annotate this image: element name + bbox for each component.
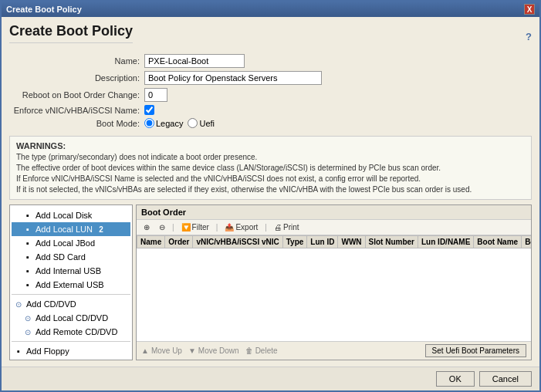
circle-icon-lcd: ⊙ (22, 313, 33, 323)
left-tree: ▪ Add Local Disk ▪ Add Local LUN 2 ▪ Add… (10, 205, 132, 360)
warnings-title: WARNINGS: (16, 140, 525, 152)
tree-item-add-sd-card[interactable]: ▪ Add SD Card (12, 250, 130, 264)
remove-icon: ⊖ (159, 223, 165, 231)
enforce-checkbox[interactable] (144, 105, 154, 115)
tree-item-add-local-lun[interactable]: ▪ Add Local LUN 2 (12, 222, 130, 236)
tree-item-add-local-disk[interactable]: ▪ Add Local Disk (12, 208, 130, 222)
legacy-radio-label[interactable]: Legacy (144, 118, 183, 128)
tree-item-add-local-cddvd[interactable]: ⊙ Add Local CD/DVD (12, 311, 130, 325)
circle-icon-cd: ⊙ (13, 299, 24, 309)
boot-mode-group: Legacy Uefi (144, 118, 215, 128)
tree-item-add-local-floppy[interactable]: ▪ Add Local Floppy (12, 358, 130, 360)
page-title: Create Boot Policy (9, 23, 133, 43)
tree-item-add-remote-cddvd[interactable]: ⊙ Add Remote CD/DVD (12, 325, 130, 339)
add-sd-card-label: Add SD Card (36, 252, 86, 262)
name-input[interactable] (144, 54, 245, 68)
name-row: Name: (9, 54, 532, 68)
reboot-row: Reboot on Boot Order Change: (9, 88, 532, 102)
name-label: Name: (9, 56, 144, 66)
legacy-radio[interactable] (144, 118, 154, 128)
move-down-btn[interactable]: ▼ Move Down (188, 346, 239, 355)
tree-item-add-external-usb[interactable]: ▪ Add External USB (12, 278, 130, 292)
col-wwn: WWN (338, 236, 365, 248)
disk-icon: ▪ (22, 210, 33, 221)
lun-badge: 2 (96, 224, 107, 235)
uefi-radio[interactable] (188, 118, 198, 128)
add-local-cddvd-label: Add Local CD/DVD (36, 313, 108, 323)
dialog-window: Create Boot Policy X Create Boot Policy … (0, 0, 541, 392)
help-icon[interactable]: ? (526, 31, 532, 42)
delete-btn[interactable]: 🗑 Delete (245, 346, 278, 355)
boot-mode-row: Boot Mode: Legacy Uefi (9, 118, 532, 128)
uefi-params-btn[interactable]: Set Uefi Boot Parameters (425, 344, 526, 357)
cancel-button[interactable]: Cancel (479, 371, 532, 387)
toolbar-add-btn[interactable]: ⊕ (141, 222, 152, 232)
boot-order-title: Boot Order (137, 205, 531, 220)
warning-line1: The type (primary/secondary) does not in… (16, 152, 525, 163)
toolbar-sep2: | (216, 223, 218, 231)
add-local-disk-label: Add Local Disk (36, 211, 92, 220)
add-cddvd-label: Add CD/DVD (26, 299, 76, 309)
move-down-icon: ▼ (188, 346, 196, 355)
warning-line3: If Enforce vNIC/vHBA/iSCSI Name is selec… (16, 174, 525, 184)
add-local-lun-label: Add Local LUN (36, 225, 93, 234)
print-icon: 🖨 (274, 223, 282, 231)
col-boot-name: Boot Name (474, 236, 522, 248)
uefi-label: Uefi (199, 119, 215, 128)
add-local-jbod-label: Add Local JBod (36, 238, 95, 248)
boot-order-panel: Boot Order ⊕ ⊖ | 🔽 Filter | 📤 (136, 204, 532, 360)
toolbar-remove-btn[interactable]: ⊖ (157, 222, 167, 232)
description-row: Description: (9, 71, 532, 85)
col-lun-id: Lun ID (307, 236, 338, 248)
description-input[interactable] (144, 71, 322, 85)
tree-item-add-cddvd[interactable]: ⊙ Add CD/DVD (12, 297, 130, 311)
warning-line4: If it is not selected, the vNICs/vHBAs a… (16, 184, 525, 195)
export-icon: 📤 (225, 223, 234, 231)
disk-icon-floppy: ▪ (13, 346, 24, 357)
boot-table-header-row: Name Order vNIC/vHBA/iSCSI vNIC Type Lun… (137, 236, 532, 248)
add-icon: ⊕ (144, 223, 150, 231)
col-slot: Slot Number (365, 236, 418, 248)
disk-icon-lfloppy: ▪ (22, 360, 33, 360)
col-boot-path: Boot Path (522, 236, 531, 248)
title-bar-text: Create Boot Policy (6, 5, 82, 14)
print-label: Print (283, 223, 299, 231)
toolbar-export-btn[interactable]: 📤 Export (222, 222, 260, 232)
col-type: Type (282, 236, 307, 248)
add-remote-cddvd-label: Add Remote CD/DVD (36, 327, 117, 336)
add-floppy-label: Add Floppy (26, 346, 69, 356)
add-external-usb-label: Add External USB (36, 280, 104, 289)
move-controls: ▲ Move Up ▼ Move Down 🗑 Delete (141, 346, 278, 355)
close-button[interactable]: X (524, 4, 535, 15)
boot-table: Name Order vNIC/vHBA/iSCSI vNIC Type Lun… (137, 235, 531, 248)
disk-icon-eusb: ▪ (22, 279, 33, 290)
enforce-row: Enforce vNIC/vHBA/iSCSI Name: (9, 105, 532, 115)
legacy-label: Legacy (156, 119, 183, 128)
move-up-icon: ▲ (141, 346, 149, 355)
toolbar-filter-btn[interactable]: 🔽 Filter (179, 222, 211, 232)
description-label: Description: (9, 73, 144, 83)
boot-order-toolbar: ⊕ ⊖ | 🔽 Filter | 📤 Export | (137, 220, 531, 235)
reboot-label: Reboot on Boot Order Change: (9, 90, 144, 100)
disk-icon-sd: ▪ (22, 252, 33, 262)
dialog-footer: OK Cancel (2, 367, 539, 390)
reboot-input[interactable] (144, 88, 167, 102)
tree-item-add-local-jbod[interactable]: ▪ Add Local JBod (12, 236, 130, 250)
disk-icon-iusb: ▪ (22, 265, 33, 276)
move-up-btn[interactable]: ▲ Move Up (141, 346, 182, 355)
export-label: Export (235, 223, 258, 231)
col-order: Order (165, 236, 193, 248)
title-bar: Create Boot Policy X (2, 2, 539, 17)
toolbar-sep3: | (265, 223, 267, 231)
ok-button[interactable]: OK (436, 371, 475, 387)
tree-item-add-internal-usb[interactable]: ▪ Add Internal USB (12, 264, 130, 278)
tree-item-add-floppy[interactable]: ▪ Add Floppy (12, 344, 130, 358)
warning-line2: The effective order of boot devices with… (16, 163, 525, 174)
enforce-label: Enforce vNIC/vHBA/iSCSI Name: (9, 106, 144, 115)
add-internal-usb-label: Add Internal USB (36, 266, 101, 275)
toolbar-print-btn[interactable]: 🖨 Print (272, 222, 302, 232)
boot-table-container: Name Order vNIC/vHBA/iSCSI vNIC Type Lun… (137, 235, 531, 341)
disk-icon-lun: ▪ (22, 224, 33, 235)
uefi-radio-label[interactable]: Uefi (188, 118, 215, 128)
content-area: Create Boot Policy ? Name: Description: … (2, 17, 539, 367)
